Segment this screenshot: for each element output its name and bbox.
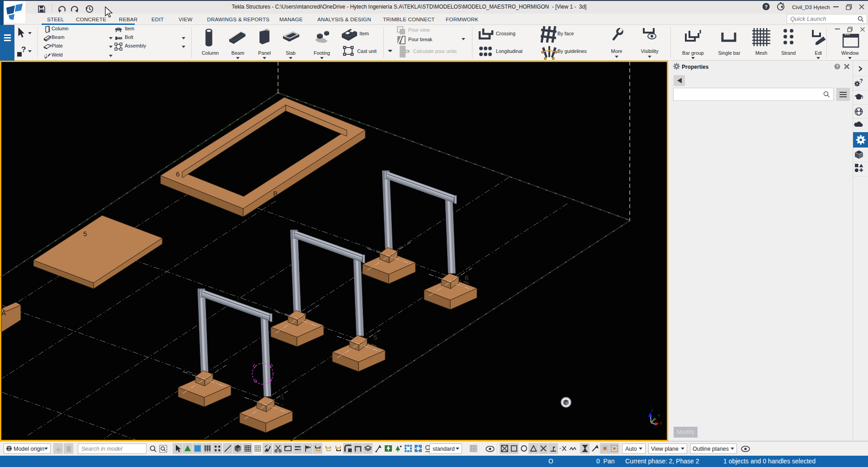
svg-text:4: 4	[280, 394, 284, 401]
svg-text:?: ?	[764, 4, 768, 10]
svg-text:B: B	[273, 190, 278, 197]
svg-text:?: ?	[860, 79, 863, 84]
svg-text:5: 5	[373, 334, 377, 341]
svg-text:Y: Y	[658, 414, 660, 418]
svg-text:?: ?	[836, 64, 839, 69]
svg-text:6: 6	[176, 170, 179, 178]
svg-text:Z: Z	[651, 409, 653, 413]
svg-text:A: A	[1, 309, 6, 317]
svg-text:6: 6	[465, 274, 468, 281]
svg-text:X: X	[660, 421, 662, 425]
svg-text:5: 5	[83, 230, 87, 238]
